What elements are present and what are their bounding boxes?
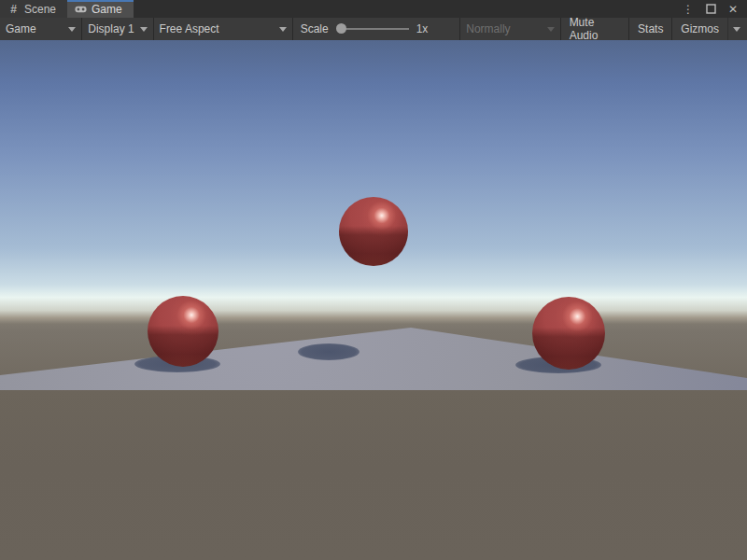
chevron-down-icon [140, 27, 148, 32]
scale-slider[interactable] [336, 22, 409, 35]
maximize-icon[interactable] [704, 3, 717, 16]
aspect-ratio-dropdown[interactable]: Free Aspect [154, 18, 292, 40]
gizmos-label: Gizmos [681, 22, 719, 35]
display-dropdown[interactable]: Display 1 [82, 18, 152, 40]
kebab-menu-icon[interactable]: ⋮ [682, 3, 695, 16]
scale-value: 1x [416, 22, 453, 35]
tab-bar: # Scene Game ⋮ ✕ [0, 0, 747, 18]
play-mode-dropdown-disabled: Normally [460, 18, 559, 40]
stats-label: Stats [638, 22, 663, 35]
shadow-center [298, 343, 359, 360]
game-view-toolbar: Game Display 1 Free Aspect Scale 1x Norm… [0, 18, 747, 40]
game-popup-label: Game [6, 22, 36, 35]
chevron-down-icon [68, 27, 76, 32]
scale-control: Scale 1x [293, 18, 460, 40]
gizmos-button[interactable]: Gizmos [672, 18, 727, 40]
game-viewport[interactable] [0, 40, 747, 560]
aspect-ratio-label: Free Aspect [160, 22, 219, 35]
chevron-down-icon [733, 27, 740, 32]
display-dropdown-label: Display 1 [88, 22, 134, 35]
close-icon[interactable]: ✕ [726, 3, 740, 16]
ground-plane [0, 40, 747, 560]
gamepad-icon [75, 3, 87, 15]
scale-slider-track[interactable] [345, 28, 409, 30]
tab-game-label: Game [92, 3, 122, 16]
tab-scene[interactable]: # Scene [0, 0, 67, 18]
tab-game[interactable]: Game [67, 0, 134, 18]
scale-label: Scale [301, 22, 329, 35]
mute-audio-label: Mute Audio [570, 16, 621, 42]
gizmos-control: Gizmos [672, 18, 747, 40]
stats-button[interactable]: Stats [629, 18, 671, 40]
panel-window-controls: ⋮ ✕ [682, 0, 747, 18]
tab-scene-label: Scene [24, 3, 56, 16]
mute-audio-button[interactable]: Mute Audio [561, 18, 629, 40]
unity-game-panel: # Scene Game ⋮ ✕ Game Display 1 [0, 0, 747, 560]
tab-bar-spacer [134, 0, 682, 18]
sphere-right [532, 297, 605, 370]
game-popup-dropdown[interactable]: Game [0, 18, 81, 40]
scale-slider-handle[interactable] [336, 23, 346, 34]
grid-icon: # [7, 3, 20, 15]
sphere-left [148, 296, 218, 367]
play-mode-label: Normally [466, 22, 510, 35]
chevron-down-icon [279, 27, 287, 32]
sphere-center-floating [339, 197, 408, 266]
gizmos-dropdown-arrow[interactable] [727, 18, 747, 40]
chevron-down-icon [547, 27, 555, 32]
